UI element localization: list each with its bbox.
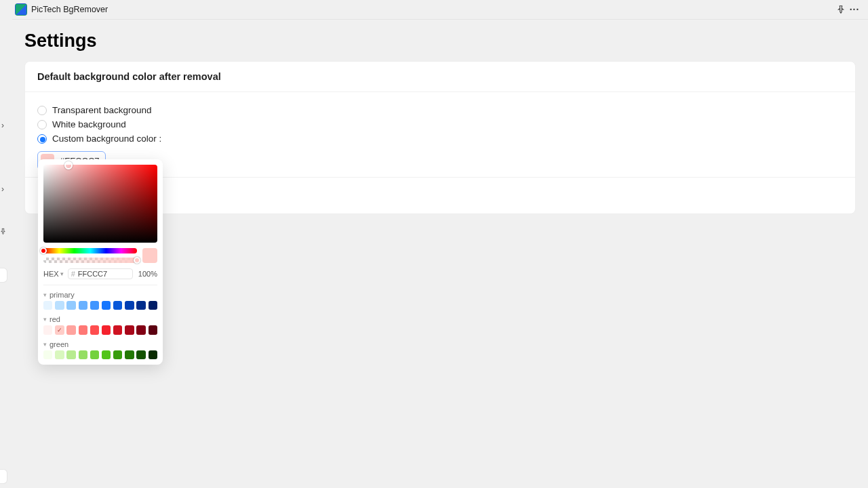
more-icon[interactable]: ··· [848, 4, 861, 15]
preset-row [43, 301, 157, 310]
preset-swatch[interactable] [113, 325, 122, 334]
preset-swatch[interactable] [102, 301, 111, 310]
radio-label: Custom background color : [52, 134, 161, 144]
preset-swatch[interactable] [43, 350, 52, 359]
preset-group-name: green [50, 340, 68, 348]
sv-handle[interactable] [64, 161, 73, 169]
rail-chevron-icon[interactable]: › [0, 184, 7, 194]
preset-swatch[interactable] [113, 350, 122, 359]
preset-swatch[interactable] [136, 350, 145, 359]
preset-swatch[interactable] [66, 350, 75, 359]
preset-swatch[interactable] [149, 301, 157, 310]
rail-collapsed-card[interactable] [0, 469, 7, 484]
preset-group-header[interactable]: ▾primary [43, 288, 157, 301]
preset-group-red: ▾red [43, 312, 157, 334]
preset-swatch[interactable] [102, 325, 111, 334]
preset-group-name: primary [50, 291, 75, 299]
radio-icon [37, 120, 47, 129]
radio-label: White background [52, 119, 126, 129]
preset-swatch[interactable] [136, 301, 145, 310]
radio-custom[interactable]: Custom background color : [37, 131, 843, 146]
hue-slider[interactable] [43, 248, 137, 253]
card-header: Default background color after removal [25, 62, 855, 92]
preset-swatch[interactable] [149, 350, 157, 359]
preset-swatch[interactable] [90, 301, 99, 310]
preset-group-header[interactable]: ▾green [43, 338, 157, 350]
preset-swatch[interactable] [125, 325, 134, 334]
alpha-handle[interactable] [134, 257, 140, 264]
app-title: PicTech BgRemover [31, 5, 108, 14]
preset-swatch[interactable] [55, 325, 64, 334]
rail-chevron-icon[interactable]: › [0, 121, 7, 130]
chevron-down-icon: ▾ [43, 341, 47, 348]
radio-white[interactable]: White background [37, 117, 843, 131]
preset-row [43, 325, 157, 334]
preset-group-green: ▾green [43, 338, 157, 359]
preset-swatch[interactable] [55, 350, 64, 359]
pin-icon[interactable] [834, 5, 848, 14]
page-title: Settings [24, 30, 856, 52]
titlebar: PicTech BgRemover ··· [12, 0, 868, 20]
hash-prefix: # [71, 270, 75, 278]
rail-collapsed-card[interactable] [0, 268, 7, 283]
chevron-down-icon: ▾ [43, 291, 47, 298]
current-color-swatch [142, 248, 157, 263]
preset-group-header[interactable]: ▾red [43, 312, 157, 325]
hue-handle[interactable] [40, 247, 47, 254]
app-logo-icon [15, 3, 27, 16]
preset-swatch[interactable] [125, 350, 134, 359]
saturation-value-panel[interactable] [43, 165, 157, 243]
preset-swatch[interactable] [90, 350, 99, 359]
preset-swatch[interactable] [102, 350, 111, 359]
hex-value: FFCCC7 [78, 270, 107, 278]
preset-swatch[interactable] [66, 325, 75, 334]
rail-pin-icon[interactable] [0, 226, 7, 236]
preset-swatch[interactable] [79, 350, 87, 359]
alpha-percent: 100% [137, 270, 157, 278]
preset-swatch[interactable] [136, 325, 145, 334]
color-picker-popover: HEX ▾ # FFCCC7 100% ▾primary▾red▾green [38, 159, 163, 365]
radio-label: Transparent background [52, 105, 152, 115]
hex-input[interactable]: # FFCCC7 [68, 268, 133, 279]
preset-group-name: red [50, 315, 60, 323]
preset-swatch[interactable] [79, 325, 87, 334]
chevron-down-icon: ▾ [60, 270, 64, 277]
radio-icon [37, 106, 47, 115]
preset-group-primary: ▾primary [43, 288, 157, 310]
preset-swatch[interactable] [43, 325, 52, 334]
preset-swatch[interactable] [66, 301, 75, 310]
preset-swatch[interactable] [79, 301, 87, 310]
alpha-slider[interactable] [43, 258, 137, 263]
chevron-down-icon: ▾ [43, 316, 47, 323]
radio-transparent[interactable]: Transparent background [37, 103, 843, 117]
format-select[interactable]: HEX ▾ [43, 270, 64, 278]
preset-swatch[interactable] [43, 301, 52, 310]
preset-swatch[interactable] [149, 325, 157, 334]
preset-swatch[interactable] [113, 301, 122, 310]
left-rail: › › [0, 0, 12, 488]
preset-swatch[interactable] [90, 325, 99, 334]
preset-swatch[interactable] [125, 301, 134, 310]
preset-swatch[interactable] [55, 301, 64, 310]
radio-icon [37, 134, 47, 144]
preset-row [43, 350, 157, 359]
